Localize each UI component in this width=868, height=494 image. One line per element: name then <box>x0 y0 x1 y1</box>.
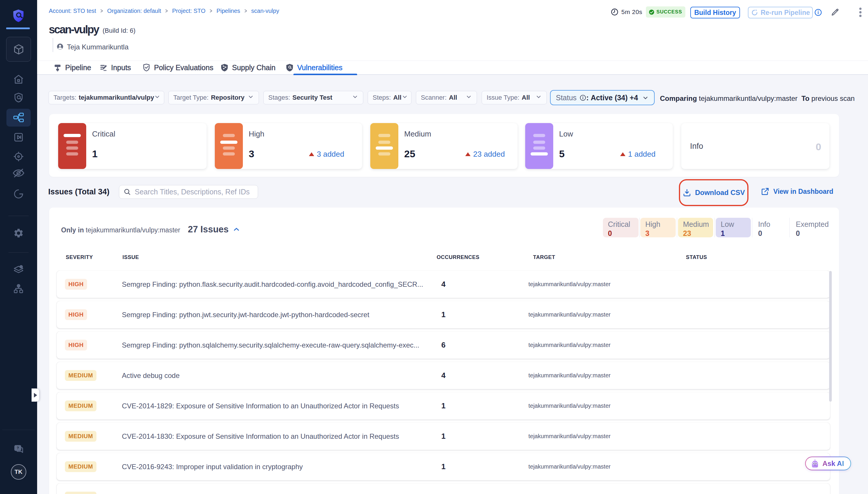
svg-text:?: ? <box>17 446 19 450</box>
